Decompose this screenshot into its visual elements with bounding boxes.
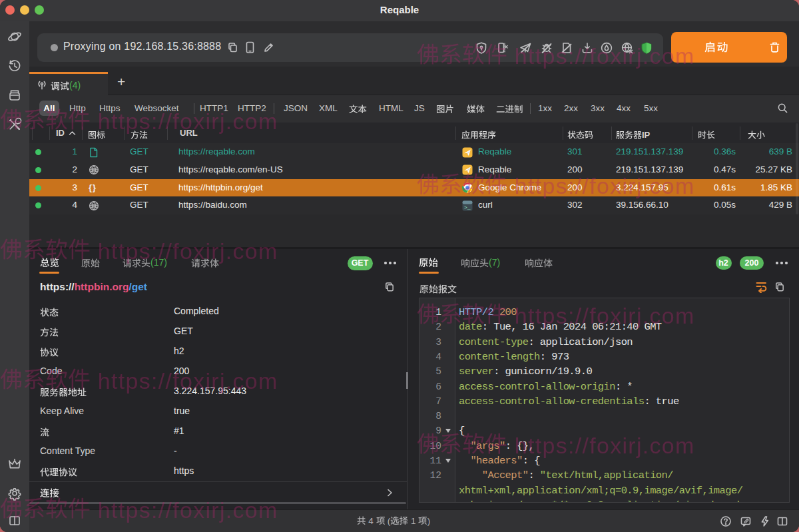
svg-text:>_: >_ [464,204,471,210]
